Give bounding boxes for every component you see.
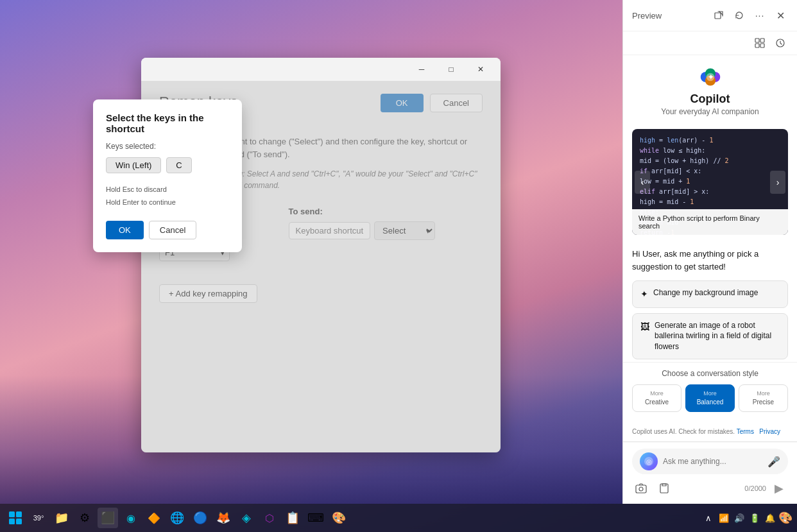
camera-tool-icon[interactable] — [632, 479, 650, 497]
sparkle-icon: ✦ — [640, 288, 648, 301]
notification-icon[interactable]: 🔔 — [764, 511, 776, 524]
taskbar-right: ∧ 📶 🔊 🔋 🔔 🎨 — [702, 511, 792, 524]
suggestion-robot-button[interactable]: 🖼 Generate an image of a robot ballerina… — [632, 313, 788, 359]
desktop: ─ □ ✕ Remap keys OK Cancel Select the ke… — [0, 0, 797, 532]
copilot-avatar: ◎ — [640, 452, 658, 470]
window-titlebar: ─ □ ✕ — [141, 58, 501, 81]
input-tools — [632, 479, 673, 497]
key-chip-win: Win (Left) — [106, 157, 161, 173]
input-bottom-row: 0/2000 ▶ — [632, 479, 788, 497]
balanced-style-button[interactable]: More Balanced — [685, 384, 735, 412]
taskbar-app1[interactable]: ◉ — [121, 508, 141, 528]
suggestion-background-label: Change my background image — [653, 287, 758, 298]
taskbar-file-explorer[interactable]: 📁 — [51, 508, 72, 528]
copilot-input-area: ◎ 🎤 0/2000 ▶ — [623, 442, 797, 504]
shortcut-dialog: Select the keys in the shortcut Keys sel… — [93, 99, 242, 252]
dialog-title: Select the keys in the shortcut — [106, 112, 229, 134]
sys-tray-icons: ∧ 📶 🔊 🔋 🔔 🎨 — [702, 511, 792, 524]
balanced-label: Balanced — [689, 398, 732, 406]
close-button[interactable]: ✕ — [466, 59, 495, 80]
copilot-tagline: Your everyday AI companion — [661, 107, 758, 116]
copilot-header-title: Preview — [632, 11, 662, 21]
taskbar-left: 39° 📁 ⚙ ⬛ ◉ 🔶 🌐 🔵 🦊 ◈ ⬡ 📋 ⌨ 🎨 — [5, 508, 349, 528]
open-external-icon[interactable] — [711, 8, 726, 23]
weather-widget[interactable]: 39° — [28, 508, 49, 528]
send-button[interactable]: ▶ — [770, 479, 788, 497]
terms-link[interactable]: Terms — [737, 428, 754, 435]
dialog-ok-button[interactable]: OK — [106, 221, 144, 239]
char-count: 0/2000 ▶ — [744, 479, 788, 497]
dialog-cancel-button[interactable]: Cancel — [149, 221, 196, 239]
copilot-header: Preview ··· ✕ — [623, 0, 797, 31]
dialog-actions: OK Cancel — [106, 221, 229, 239]
copilot-input-row: ◎ 🎤 — [632, 449, 788, 474]
svg-rect-1 — [755, 39, 759, 42]
minimize-button[interactable]: ─ — [407, 59, 436, 80]
svg-rect-14 — [636, 485, 646, 493]
taskbar-keyboard[interactable]: ⌨ — [305, 508, 326, 528]
svg-rect-4 — [760, 44, 764, 47]
taskbar-app4[interactable]: ⬡ — [259, 508, 280, 528]
battery-icon[interactable]: 🔋 — [748, 511, 761, 524]
key-chip-c: C — [166, 157, 191, 173]
svg-rect-16 — [660, 484, 668, 493]
more-options-icon[interactable]: ··· — [752, 8, 767, 23]
taskbar-app3[interactable]: ◈ — [236, 508, 257, 528]
start-button[interactable] — [5, 508, 26, 528]
copilot-logo-icon: ✦ — [699, 65, 722, 89]
svg-text:✦: ✦ — [707, 73, 713, 81]
style-buttons: More Creative More Balanced More Precise — [632, 384, 788, 412]
svg-rect-18 — [16, 511, 22, 517]
taskbar-firefox[interactable]: 🦊 — [213, 508, 234, 528]
svg-rect-3 — [755, 44, 759, 47]
creative-more-label: More — [635, 390, 678, 398]
suggestion-robot-label: Generate an image of a robot ballerina t… — [655, 320, 780, 352]
copilot-panel: Preview ··· ✕ — [622, 0, 797, 504]
balanced-more-label: More — [689, 390, 732, 398]
svg-rect-2 — [760, 39, 764, 42]
taskbar-chrome[interactable]: 🔵 — [190, 508, 210, 528]
disclaimer-text: Copilot uses AI. Check for mistakes. — [632, 428, 735, 435]
network-icon[interactable]: 📶 — [717, 511, 730, 524]
copilot-brand: ✦ Copilot Your everyday AI companion — [623, 55, 797, 123]
copilot-header-icons: ··· ✕ — [711, 8, 788, 23]
taskbar-settings[interactable]: ⚙ — [74, 508, 95, 528]
copilot-brand-name: Copilot — [690, 92, 730, 106]
refresh-icon[interactable] — [732, 8, 747, 23]
precise-label: Precise — [742, 398, 785, 406]
maximize-button[interactable]: □ — [436, 59, 466, 80]
char-count-value: 0/2000 — [744, 485, 766, 492]
color-widget[interactable]: 🎨 — [779, 511, 792, 524]
precise-style-button[interactable]: More Precise — [739, 384, 788, 412]
privacy-link[interactable]: Privacy — [759, 428, 780, 435]
carousel-prev-button[interactable]: ‹ — [635, 171, 650, 194]
svg-text:◎: ◎ — [646, 458, 652, 465]
dialog-keys-label: Keys selected: — [106, 142, 229, 151]
grid-view-icon[interactable] — [752, 35, 767, 51]
history-icon[interactable] — [773, 35, 788, 51]
copilot-greeting: Hi User, ask me anything or pick a sugge… — [632, 248, 788, 273]
sound-icon[interactable]: 🔊 — [733, 511, 746, 524]
svg-point-15 — [639, 487, 643, 491]
creative-style-button[interactable]: More Creative — [632, 384, 681, 412]
taskbar-app5[interactable]: 📋 — [282, 508, 303, 528]
clipboard-tool-icon[interactable] — [655, 479, 673, 497]
hint-enter: Hold Enter to continue — [106, 196, 229, 209]
taskbar-app6[interactable]: 🎨 — [329, 508, 349, 528]
close-icon[interactable]: ✕ — [773, 8, 788, 23]
hint-esc: Hold Esc to discard — [106, 184, 229, 196]
carousel-next-button[interactable]: › — [770, 171, 785, 194]
taskbar-app2[interactable]: 🔶 — [144, 508, 164, 528]
suggestion-background-button[interactable]: ✦ Change my background image — [632, 280, 788, 308]
tray-chevron[interactable]: ∧ — [702, 511, 715, 524]
svg-rect-19 — [9, 519, 15, 524]
temperature-text: 39° — [33, 514, 44, 522]
taskbar-terminal[interactable]: ⬛ — [98, 508, 118, 528]
microphone-icon[interactable]: 🎤 — [767, 456, 780, 468]
code-carousel: high = len(arr) - 1 while low ≤ high: mi… — [632, 129, 788, 235]
conv-style-label: Choose a conversation style — [632, 369, 788, 378]
svg-rect-0 — [715, 13, 721, 19]
code-caption: Write a Python script to perform Binary … — [632, 209, 788, 235]
taskbar-edge[interactable]: 🌐 — [167, 508, 187, 528]
copilot-ask-input[interactable] — [663, 457, 762, 466]
